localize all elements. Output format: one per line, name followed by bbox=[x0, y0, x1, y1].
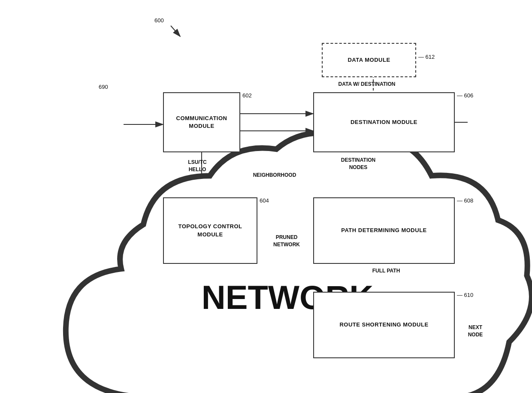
communication-module-label: COMMUNICATIONMODULE bbox=[176, 115, 227, 130]
network-cloud: NETWORK bbox=[21, 90, 124, 159]
ref-612: — 612 bbox=[418, 54, 435, 60]
lsu-tc-hello-label: LSU/TCHELLO bbox=[176, 159, 219, 173]
communication-module-box: COMMUNICATIONMODULE bbox=[163, 92, 240, 152]
ref-606: — 606 bbox=[457, 92, 473, 99]
path-module-box: PATH DETERMINING MODULE bbox=[313, 197, 455, 264]
data-module-box: DATA MODULE bbox=[322, 43, 416, 77]
ref-602: 602 bbox=[242, 92, 252, 99]
diagram-container: 600 NETWORK 690 COMMUNICATIONMODULE 602 … bbox=[0, 0, 532, 393]
path-module-label: PATH DETERMINING MODULE bbox=[341, 227, 427, 234]
topology-module-box: TOPOLOGY CONTROLMODULE bbox=[163, 197, 257, 264]
route-module-label: ROUTE SHORTENING MODULE bbox=[339, 321, 428, 329]
destination-module-label: DESTINATION MODULE bbox=[351, 118, 417, 126]
next-node-label: NEXTNODE bbox=[458, 324, 493, 339]
full-path-label: FULL PATH bbox=[360, 267, 412, 275]
destination-module-box: DESTINATION MODULE bbox=[313, 92, 455, 152]
route-module-box: ROUTE SHORTENING MODULE bbox=[313, 292, 455, 358]
ref-610: — 610 bbox=[457, 292, 473, 298]
ref-604: 604 bbox=[260, 197, 269, 204]
ref-690: 690 bbox=[99, 84, 108, 90]
ref-600: 600 bbox=[154, 17, 164, 24]
destination-nodes-label: DESTINATIONNODES bbox=[324, 157, 393, 171]
topology-module-label: TOPOLOGY CONTROLMODULE bbox=[178, 223, 242, 238]
ref-608: — 608 bbox=[457, 197, 473, 204]
pruned-network-label: PRUNEDNETWORK bbox=[261, 234, 312, 248]
data-module-label: DATA MODULE bbox=[348, 56, 390, 64]
svg-line-2 bbox=[171, 26, 180, 36]
data-w-destination-label: DATA W/ DESTINATION bbox=[324, 81, 410, 88]
neighborhood-label: NEIGHBORHOOD bbox=[240, 172, 309, 179]
